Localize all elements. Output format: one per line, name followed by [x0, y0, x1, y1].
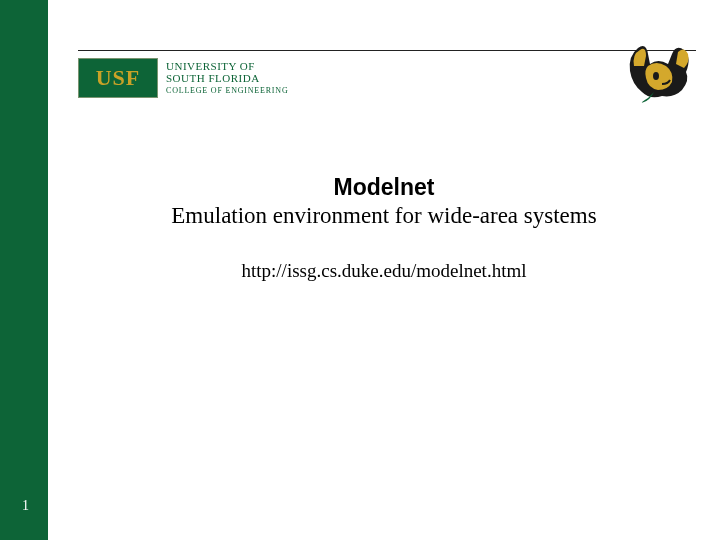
usf-badge-icon: USF [78, 58, 158, 98]
left-sidebar: 1 [0, 0, 48, 540]
usf-line2: SOUTH FLORIDA [166, 72, 288, 84]
slide-title: Modelnet [48, 174, 720, 201]
svg-point-0 [653, 72, 659, 80]
page-number: 1 [22, 498, 29, 514]
slide-subtitle: Emulation environment for wide-area syst… [48, 203, 720, 229]
header-divider [78, 50, 696, 51]
url-text: http://issg.cs.duke.edu/modelnet.html [48, 260, 720, 282]
title-block: Modelnet Emulation environment for wide-… [48, 174, 720, 229]
usf-line3: COLLEGE OF ENGINEERING [166, 86, 288, 95]
usf-line1: UNIVERSITY OF [166, 60, 288, 72]
bull-mascot-icon [620, 36, 696, 110]
slide-content: USF UNIVERSITY OF SOUTH FLORIDA COLLEGE … [48, 0, 720, 540]
usf-text-block: UNIVERSITY OF SOUTH FLORIDA COLLEGE OF E… [166, 58, 288, 95]
usf-logo: USF UNIVERSITY OF SOUTH FLORIDA COLLEGE … [78, 58, 288, 98]
